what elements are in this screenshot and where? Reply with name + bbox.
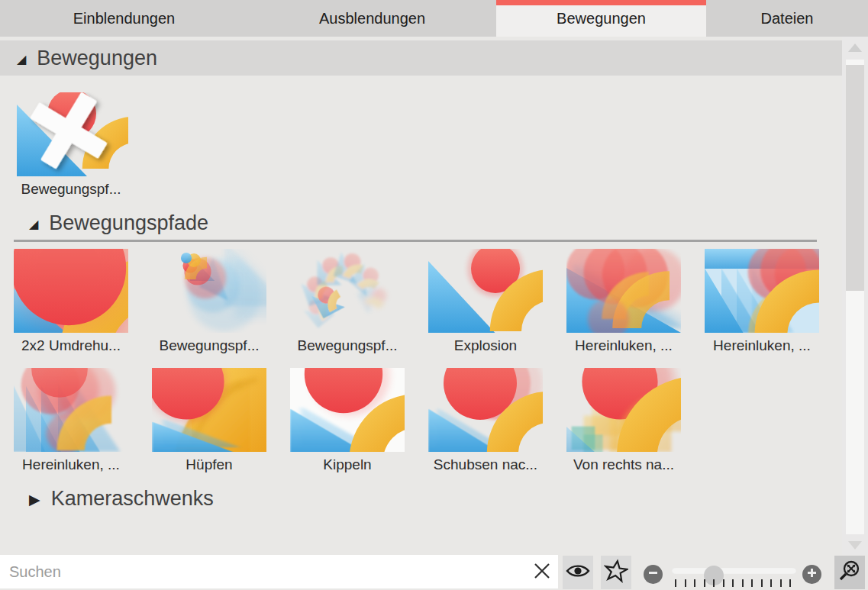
effect-label: Hereinluken, ... <box>566 337 681 354</box>
clear-search-button[interactable] <box>531 561 553 584</box>
effect-item[interactable]: Hereinluken, ... <box>14 368 128 473</box>
effect-item[interactable]: Schubsen nac... <box>428 368 543 473</box>
search-input[interactable] <box>0 555 558 588</box>
section-header-bewegungspfade[interactable]: ◢Bewegungspfade <box>0 210 842 236</box>
plus-icon <box>806 567 818 582</box>
effect-item[interactable]: Hereinluken, ... <box>705 249 819 354</box>
effect-thumbnail-blob[interactable] <box>152 249 266 333</box>
slider-tick <box>742 579 744 587</box>
zoom-fit-button[interactable] <box>834 556 865 589</box>
section-header-bewegungen[interactable]: ◢Bewegungen <box>0 40 842 76</box>
effect-thumbnail-luken2[interactable] <box>705 249 819 333</box>
tab-dateien[interactable]: Dateien <box>706 0 868 37</box>
effect-label: Kippeln <box>290 456 405 473</box>
favorites-toggle-button[interactable] <box>601 556 631 589</box>
slider-tick <box>770 579 772 587</box>
effect-item[interactable]: Bewegungspf... <box>14 92 128 198</box>
scroll-up-button[interactable] <box>842 44 868 52</box>
tab-label: Bewegungen <box>557 10 646 27</box>
tab-label: Einblendungen <box>73 10 175 27</box>
effect-label: Bewegungspf... <box>290 337 405 354</box>
section-divider <box>14 240 817 242</box>
arrow-down-icon <box>848 541 862 550</box>
tab-bar: EinblendungenAusblendungenBewegungenDate… <box>0 0 868 37</box>
effect-label: Hereinluken, ... <box>705 337 819 354</box>
star-icon <box>604 559 628 586</box>
section-header-kameraschwenks[interactable]: ▶Kameraschwenks <box>0 485 842 511</box>
section-label: Kameraschwenks <box>51 487 214 511</box>
triangle-collapsed-icon: ▶ <box>29 491 40 508</box>
zoom-out-button[interactable] <box>644 565 663 584</box>
tab-einblendungen[interactable]: Einblendungen <box>0 0 248 37</box>
slider-ticks <box>675 579 791 587</box>
slider-tick <box>675 579 676 587</box>
effect-thumbnail-explosion[interactable] <box>428 249 543 333</box>
effect-thumbnail-none[interactable] <box>14 92 128 176</box>
thumbnail-grid: Bewegungspf... <box>14 92 842 198</box>
search-toolbar <box>0 555 868 590</box>
zoom-in-button[interactable] <box>802 565 821 584</box>
effect-item[interactable]: Explosion <box>428 249 543 354</box>
effect-label: Bewegungspf... <box>14 181 128 198</box>
effect-item[interactable]: Hüpfen <box>152 368 266 473</box>
effect-thumbnail-luken1[interactable] <box>566 249 681 333</box>
effect-item[interactable]: Bewegungspf... <box>152 249 266 354</box>
tab-ausblendungen[interactable]: Ausblendungen <box>248 0 496 37</box>
effect-label: Hereinluken, ... <box>14 456 128 473</box>
slider-tick <box>694 579 695 587</box>
slider-tick <box>732 579 734 587</box>
zoom-fit-icon <box>837 559 862 586</box>
slider-tick <box>751 579 753 587</box>
effect-item[interactable]: Bewegungspf... <box>290 249 405 354</box>
slider-tick <box>685 579 686 587</box>
preview-toggle-button[interactable] <box>563 556 593 589</box>
content-area: ◢BewegungenBewegungspf...◢Bewegungspfade… <box>0 37 842 555</box>
eye-icon <box>566 563 590 582</box>
triangle-expanded-icon: ◢ <box>29 217 38 231</box>
vertical-scrollbar[interactable] <box>842 37 868 555</box>
search-box[interactable] <box>0 555 558 588</box>
effect-label: Schubsen nac... <box>428 456 543 473</box>
effect-thumbnail-kippeln[interactable] <box>290 368 405 452</box>
effect-label: 2x2 Umdrehu... <box>14 337 128 354</box>
arrow-up-icon <box>848 44 862 52</box>
slider-tick <box>761 579 763 587</box>
slider-tick <box>704 579 705 587</box>
x-icon <box>532 561 552 584</box>
effect-item[interactable]: Kippeln <box>290 368 405 473</box>
effect-label: Bewegungspf... <box>152 337 266 354</box>
effect-thumbnail-huepfen[interactable] <box>152 368 266 452</box>
scroll-down-button[interactable] <box>842 541 868 550</box>
effect-thumbnail-schubsen[interactable] <box>428 368 543 452</box>
tab-label: Ausblendungen <box>319 10 425 27</box>
scrollbar-thumb[interactable] <box>846 65 864 291</box>
effect-thumbnail-arch[interactable] <box>290 249 405 333</box>
slider-tick <box>723 579 724 587</box>
section-label: Bewegungen <box>37 47 157 70</box>
minus-icon <box>647 567 659 582</box>
section-label: Bewegungspfade <box>49 211 208 235</box>
effect-label: Von rechts na... <box>566 456 681 473</box>
tab-label: Dateien <box>761 10 814 27</box>
thumbnail-grid: 2x2 Umdrehu...Bewegungspf...Bewegungspf.… <box>14 249 842 473</box>
effect-item[interactable]: 2x2 Umdrehu... <box>14 249 128 354</box>
effect-label: Explosion <box>428 337 543 354</box>
triangle-expanded-icon: ◢ <box>17 52 26 66</box>
effect-thumbnail-luken3[interactable] <box>14 368 128 452</box>
effect-label: Hüpfen <box>152 456 266 473</box>
tab-bewegungen[interactable]: Bewegungen <box>496 0 706 37</box>
effects-panel: EinblendungenAusblendungenBewegungenDate… <box>0 0 868 590</box>
effect-thumbnail-vonrechts[interactable] <box>566 368 681 452</box>
effect-item[interactable]: Von rechts na... <box>566 368 681 473</box>
slider-tick <box>713 579 715 587</box>
slider-tick <box>789 579 791 587</box>
slider-tick <box>780 579 782 587</box>
thumbnail-size-slider-track[interactable] <box>672 568 796 574</box>
effect-thumbnail-spin[interactable] <box>14 249 128 333</box>
effect-item[interactable]: Hereinluken, ... <box>566 249 681 354</box>
